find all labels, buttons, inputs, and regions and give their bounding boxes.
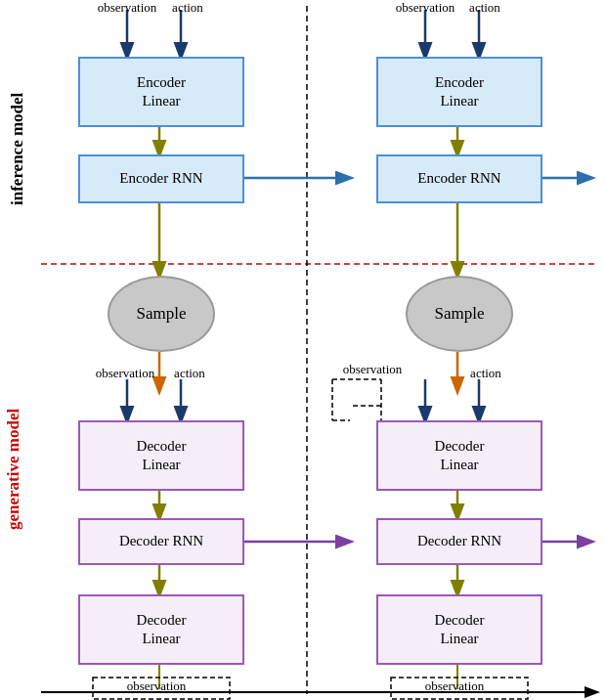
act-label-right-enc: action bbox=[455, 0, 514, 16]
act-label-right-dec: action bbox=[456, 366, 515, 381]
diagram-container: inference model generative model observa… bbox=[0, 0, 606, 700]
inference-model-label: inference model bbox=[8, 54, 27, 244]
sample-right: Sample bbox=[406, 276, 513, 352]
decoder-linear-bottom-right: Decoder Linear bbox=[376, 594, 542, 665]
obs-label-bottom-right: observation bbox=[396, 678, 513, 694]
act-label-left-dec: action bbox=[160, 366, 219, 381]
decoder-rnn-left: Decoder RNN bbox=[78, 518, 244, 565]
decoder-linear-top-left: Decoder Linear bbox=[78, 420, 244, 491]
obs-label-right-dec: observation bbox=[328, 362, 416, 377]
obs-label-right-enc: observation bbox=[386, 0, 464, 16]
obs-label-left-enc: observation bbox=[88, 0, 166, 16]
encoder-linear-right: Encoder Linear bbox=[376, 57, 542, 127]
obs-label-left-dec: observation bbox=[86, 366, 164, 381]
decoder-linear-bottom-left: Decoder Linear bbox=[78, 594, 244, 665]
act-label-left-enc: action bbox=[158, 0, 217, 16]
sample-left: Sample bbox=[108, 276, 215, 352]
encoder-linear-left: Encoder Linear bbox=[78, 57, 244, 127]
decoder-rnn-right: Decoder RNN bbox=[376, 518, 542, 565]
encoder-rnn-right: Encoder RNN bbox=[376, 154, 542, 203]
obs-label-bottom-left: observation bbox=[98, 678, 215, 694]
decoder-linear-top-right: Decoder Linear bbox=[376, 420, 542, 491]
encoder-rnn-left: Encoder RNN bbox=[78, 154, 244, 203]
generative-model-label: generative model bbox=[4, 279, 23, 660]
